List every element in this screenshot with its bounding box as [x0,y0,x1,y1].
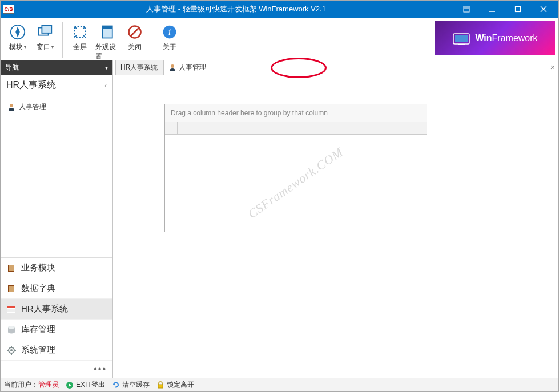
svg-rect-19 [458,44,465,45]
book-icon [6,263,17,273]
lock-icon [156,381,164,389]
nav-section-header[interactable]: HR人事系统 ‹ [1,75,112,96]
svg-rect-24 [9,286,14,292]
module-label: 模块 [9,42,23,52]
clear-cache-button[interactable]: 清空缓存 [112,380,150,390]
window-button[interactable]: 窗口▾ [31,20,59,55]
svg-point-32 [10,349,13,351]
nav-mod-business[interactable]: 业务模块 [1,258,112,278]
grid-body: CSFramework.COM [165,135,427,232]
ribbon-separator [152,22,152,58]
svg-line-14 [131,28,139,36]
person-icon [168,64,176,72]
appearance-label: 外观设置 [95,42,119,62]
window-title: 人事管理 - 轻量级可快速开发框架 WinFramework V2.1 [19,4,453,14]
ribbon-toggle-button[interactable] [453,1,479,18]
clear-cache-label: 清空缓存 [122,380,150,390]
grid-indicator-col [165,122,178,134]
tab-content: Drag a column header here to group by th… [113,75,558,378]
nav-tree-item-label: 人事管理 [19,102,46,112]
ribbon-separator [62,22,63,58]
watermark-text: CSFramework.COM [246,145,347,222]
theme-icon [98,23,116,41]
window-controls [453,1,556,18]
current-user-label: 当前用户：管理员 [4,380,59,390]
chevron-down-icon: ▾ [105,64,108,71]
logo-light: Framework [492,33,538,43]
close-tab-button[interactable]: 关闭 [121,20,148,55]
exit-icon [66,381,74,389]
fullscreen-icon [71,23,89,41]
svg-rect-3 [515,7,520,12]
app-icon: C/S [3,5,14,14]
nav-mod-label: 系统管理 [21,345,55,355]
svg-rect-9 [42,26,51,33]
info-icon: i [160,23,179,41]
current-user-value: 管理员 [38,381,59,389]
svg-rect-26 [7,308,15,313]
fullscreen-button[interactable]: 全屏 [66,20,94,55]
windows-icon [36,23,54,41]
svg-marker-7 [15,27,20,38]
svg-rect-0 [464,6,469,12]
nav-tree: 人事管理 [1,96,112,118]
svg-rect-40 [158,385,163,388]
tab-strip: HR人事系统 人事管理 × [113,60,558,75]
module-button[interactable]: 模块▾ [4,20,31,55]
maximize-button[interactable] [505,1,530,18]
grid-group-panel[interactable]: Drag a column header here to group by th… [165,104,427,122]
book-icon [6,284,17,294]
sidebar-header[interactable]: 导航 ▾ [1,60,112,75]
dropdown-icon: ▾ [51,45,54,50]
tab-hr-system[interactable]: HR人事系统 [115,60,164,75]
refresh-icon [112,381,120,389]
close-all-tabs-button[interactable]: × [550,63,555,72]
svg-rect-18 [455,35,468,42]
appearance-button[interactable]: 外观设置 [94,20,121,64]
minimize-button[interactable] [479,1,505,18]
nav-more-button[interactable]: ••• [1,361,112,378]
svg-point-20 [10,104,13,107]
title-bar: C/S 人事管理 - 轻量级可快速开发框架 WinFramework V2.1 [1,1,558,18]
about-label: 关于 [163,42,176,52]
data-grid[interactable]: Drag a column header here to group by th… [164,104,427,232]
tab-label: HR人事系统 [120,63,158,72]
nav-section-title: HR人事系统 [6,79,56,91]
nav-mod-label: 库存管理 [21,324,55,335]
svg-text:i: i [168,27,171,37]
window-label: 窗口 [37,42,50,52]
grid-column-header[interactable] [165,122,427,135]
nav-mod-dict[interactable]: 数据字典 [1,278,112,299]
lock-label: 锁定离开 [167,380,194,390]
person-icon [7,103,15,111]
close-window-button[interactable] [530,1,556,18]
svg-rect-12 [102,26,112,29]
svg-rect-22 [9,265,14,271]
about-button[interactable]: i 关于 [156,20,183,55]
database-icon [6,325,17,335]
gear-icon [6,345,17,355]
nav-spacer [1,118,112,257]
nav-tree-item-hr-mgmt[interactable]: 人事管理 [3,100,110,114]
logo-bold: Win [475,33,492,43]
content-area: HR人事系统 人事管理 × Drag a column header here … [113,60,558,378]
tab-label: 人事管理 [179,63,206,72]
tab-hr-mgmt[interactable]: 人事管理 [163,60,212,75]
nav-mod-system[interactable]: 系统管理 [1,340,112,361]
status-bar: 当前用户：管理员 EXIT登出 清空缓存 锁定离开 [1,378,558,391]
dropdown-icon: ▾ [24,45,26,50]
svg-point-30 [8,326,15,329]
ribbon-toolbar: 模块▾ 窗口▾ 全屏 外观设置 关闭 [1,18,558,60]
svg-point-37 [171,64,174,68]
logout-button[interactable]: EXIT登出 [66,380,105,390]
nav-mod-stock[interactable]: 库存管理 [1,320,112,340]
compass-icon [9,23,27,41]
sidebar-title-text: 导航 [5,63,19,72]
nav-mod-label: 业务模块 [21,262,55,273]
nav-mod-hr[interactable]: HR人事系统 [1,299,112,320]
lock-button[interactable]: 锁定离开 [156,380,194,390]
logout-label: EXIT登出 [76,380,105,390]
fullscreen-label: 全屏 [73,42,87,52]
sidebar: 导航 ▾ HR人事系统 ‹ 人事管理 业务模块 数据字典 [1,60,113,378]
nav-module-list: 业务模块 数据字典 HR人事系统 库存管理 系统管理 ••• [1,257,112,378]
